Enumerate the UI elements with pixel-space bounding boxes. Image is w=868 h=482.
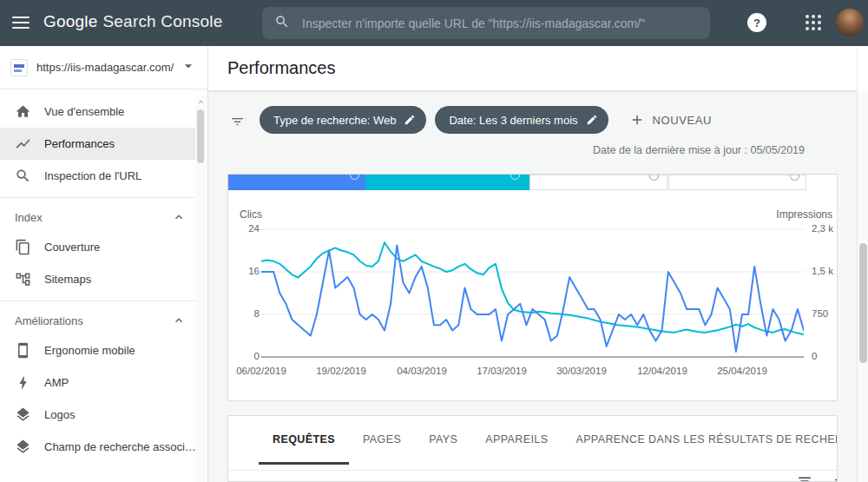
tab-pages[interactable]: PAGES bbox=[349, 416, 415, 465]
layers-icon bbox=[15, 406, 31, 423]
performance-icon bbox=[15, 135, 31, 152]
property-selector[interactable]: https://iis-madagascar.com/ bbox=[0, 46, 207, 89]
right-axis-tick: 1,5 k bbox=[812, 266, 833, 277]
help-icon[interactable]: ? bbox=[747, 13, 766, 32]
sitemap-icon bbox=[15, 271, 31, 287]
plus-icon bbox=[629, 112, 645, 128]
tab-appareils[interactable]: APPAREILS bbox=[471, 416, 562, 465]
last-update-date: Date de la dernière mise à jour : 05/05/… bbox=[593, 144, 805, 156]
x-axis-tick: 12/04/2019 bbox=[637, 366, 687, 376]
user-avatar[interactable] bbox=[836, 9, 864, 36]
series-line bbox=[261, 245, 804, 352]
app-logo: GoogleSearch Console bbox=[43, 12, 222, 31]
tab-apparence-dans-les-r-sultats-de-recherche[interactable]: APPARENCE DANS LES RÉSULTATS DE RECHERCH… bbox=[562, 416, 838, 465]
sidebar-item-label: Logos bbox=[44, 408, 75, 421]
main-content: Performances Type de recherche: Web Date… bbox=[208, 46, 857, 482]
x-axis-tick: 06/02/2019 bbox=[236, 366, 286, 376]
table-toolbar bbox=[228, 473, 837, 482]
sidebar-item-label: Vue d'ensemble bbox=[44, 105, 124, 118]
x-axis-tick: 25/04/2019 bbox=[717, 366, 767, 376]
performance-chart-panel: Clics Impressions 2416802,3 k1,5 k7500 0… bbox=[227, 174, 838, 401]
date-range-chip-label: Date: Les 3 derniers mois bbox=[449, 114, 577, 127]
search-icon bbox=[274, 14, 302, 33]
left-axis-tick: 16 bbox=[237, 266, 260, 277]
sidebar-divider bbox=[0, 197, 198, 198]
menu-icon[interactable] bbox=[12, 17, 30, 29]
amp-icon bbox=[15, 374, 31, 391]
sidebar-section-am-liorations[interactable]: Améliorations bbox=[0, 307, 198, 334]
metric-card-4[interactable] bbox=[668, 175, 806, 190]
url-inspection-searchbox[interactable] bbox=[262, 7, 710, 39]
tabs-divider bbox=[228, 470, 837, 471]
sidebar-item-ergonomie-mobile[interactable]: Ergonomie mobile bbox=[0, 334, 198, 366]
sidebar-item-couverture[interactable]: Couverture bbox=[0, 231, 198, 263]
logo-google-word: Google bbox=[43, 12, 97, 30]
left-axis-title: Clics bbox=[240, 208, 262, 221]
expand-less-icon bbox=[172, 210, 186, 224]
line-chart[interactable] bbox=[261, 226, 804, 363]
sidebar-divider bbox=[0, 300, 198, 301]
layers-icon bbox=[15, 439, 31, 455]
tab-pays[interactable]: PAYS bbox=[415, 416, 471, 465]
edit-icon bbox=[404, 114, 416, 126]
left-axis-tick: 8 bbox=[237, 308, 260, 320]
sidebar-item-inspection-de-l-url[interactable]: Inspection de l'URL bbox=[0, 160, 198, 192]
help-circle-icon[interactable] bbox=[350, 174, 359, 180]
section-label: Améliorations bbox=[15, 314, 172, 327]
mobile-icon bbox=[15, 342, 31, 359]
dimensions-panel: REQUÊTESPAGESPAYSAPPAREILSAPPARENCE DANS… bbox=[227, 415, 838, 482]
filter-icon[interactable] bbox=[229, 112, 246, 129]
sidebar-item-performances[interactable]: Performances bbox=[0, 128, 198, 160]
sidebar-item-label: Inspection de l'URL bbox=[44, 169, 141, 182]
new-filter-button[interactable]: NOUVEAU bbox=[629, 112, 713, 128]
date-range-chip[interactable]: Date: Les 3 derniers mois bbox=[435, 106, 608, 134]
property-favicon-icon bbox=[10, 59, 28, 76]
download-icon[interactable] bbox=[832, 473, 838, 482]
apps-grid-icon[interactable] bbox=[806, 15, 823, 32]
help-circle-icon[interactable] bbox=[790, 174, 799, 181]
sidebar-item-label: Champ de recherche associ… bbox=[44, 440, 196, 453]
page-scrollbar-thumb[interactable] bbox=[859, 243, 867, 363]
tab-requ-tes[interactable]: REQUÊTES bbox=[259, 416, 349, 465]
x-axis-tick: 17/03/2019 bbox=[477, 366, 527, 376]
metric-card-3[interactable] bbox=[529, 175, 667, 190]
right-axis-tick: 750 bbox=[812, 308, 828, 320]
sidebar-item-label: Ergonomie mobile bbox=[44, 344, 135, 357]
x-axis-tick: 04/03/2019 bbox=[397, 366, 447, 376]
section-label: Index bbox=[15, 211, 172, 224]
sidebar: https://iis-madagascar.com/ Vue d'ensemb… bbox=[0, 46, 208, 482]
logo-product-word: Search Console bbox=[102, 12, 222, 30]
search-icon bbox=[15, 168, 31, 184]
chevron-down-icon bbox=[180, 57, 197, 78]
dimension-tabs: REQUÊTESPAGESPAYSAPPAREILSAPPARENCE DANS… bbox=[228, 416, 837, 465]
sidebar-item-amp[interactable]: AMP bbox=[0, 366, 198, 399]
sidebar-scrollbar-thumb[interactable] bbox=[197, 109, 204, 163]
scroll-up-icon[interactable] bbox=[195, 96, 206, 108]
search-type-chip[interactable]: Type de recherche: Web bbox=[260, 106, 426, 134]
sidebar-nav: Vue d'ensemblePerformancesInspection de … bbox=[0, 96, 198, 463]
expand-less-icon bbox=[172, 314, 186, 327]
left-axis-tick: 24 bbox=[237, 223, 260, 234]
sidebar-item-label: Sitemaps bbox=[44, 273, 91, 286]
sidebar-item-label: AMP bbox=[44, 376, 69, 389]
metric-card-1[interactable] bbox=[228, 175, 365, 190]
sidebar-item-logos[interactable]: Logos bbox=[0, 399, 198, 431]
coverage-icon bbox=[15, 239, 31, 255]
sidebar-section-index[interactable]: Index bbox=[0, 203, 198, 231]
table-filter-icon[interactable] bbox=[797, 473, 812, 482]
left-axis-tick: 0 bbox=[237, 351, 260, 362]
page-header: Performances bbox=[208, 46, 857, 90]
sidebar-scrollbar[interactable] bbox=[195, 96, 206, 482]
sidebar-item-vue-d-ensemble[interactable]: Vue d'ensemble bbox=[0, 96, 198, 128]
help-circle-icon[interactable] bbox=[510, 174, 520, 180]
x-axis-tick: 30/03/2019 bbox=[556, 366, 607, 376]
filter-bar: Type de recherche: Web Date: Les 3 derni… bbox=[229, 106, 712, 134]
metric-card-2[interactable] bbox=[365, 175, 529, 190]
sidebar-item-champ-de-recherche-associ[interactable]: Champ de recherche associ… bbox=[0, 431, 198, 463]
top-app-bar: GoogleSearch Console ? bbox=[0, 0, 868, 46]
sidebar-item-sitemaps[interactable]: Sitemaps bbox=[0, 263, 198, 295]
page-scrollbar[interactable] bbox=[857, 91, 868, 482]
search-input[interactable] bbox=[302, 17, 698, 30]
help-circle-icon[interactable] bbox=[649, 174, 659, 181]
right-axis-tick: 2,3 k bbox=[812, 223, 833, 234]
